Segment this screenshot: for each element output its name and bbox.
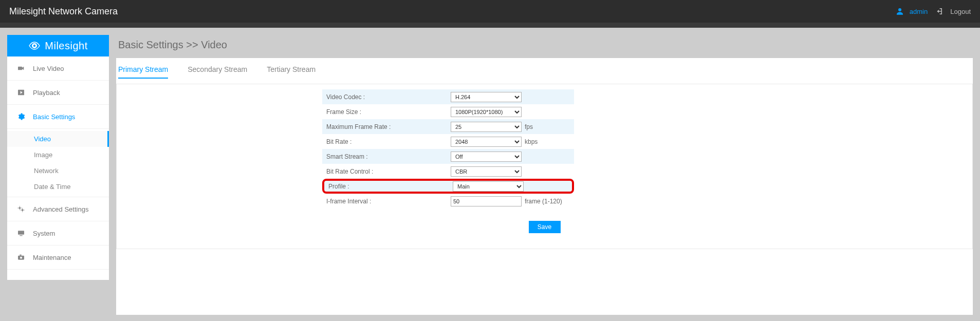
sidebar-subitem-label: Network: [34, 167, 59, 175]
content-card: Primary Stream Secondary Stream Tertiary…: [116, 58, 973, 315]
field-control: H.264: [451, 92, 574, 102]
sidebar-item-playback[interactable]: Playback: [7, 81, 109, 105]
field-label: Bit Rate Control :: [322, 168, 451, 175]
save-row: Save: [117, 221, 972, 233]
svg-point-5: [19, 207, 21, 209]
iframe-interval-input[interactable]: [451, 196, 522, 206]
svg-rect-7: [18, 231, 24, 234]
sidebar-item-live-video[interactable]: Live Video: [7, 56, 109, 81]
row-video-codec: Video Codec : H.264: [322, 89, 574, 104]
sidebar-item-label: Maintenance: [33, 254, 71, 261]
tab-secondary-stream[interactable]: Secondary Stream: [188, 65, 247, 79]
sidebar-brand[interactable]: Milesight: [7, 35, 109, 56]
field-label: Bit Rate :: [322, 138, 451, 145]
row-bit-rate: Bit Rate : 2048 kbps: [322, 134, 574, 149]
svg-rect-11: [20, 255, 21, 256]
svg-point-0: [898, 8, 901, 11]
field-label: Profile :: [324, 183, 453, 190]
sidebar-subitem-network[interactable]: Network: [7, 163, 109, 179]
content-area: Basic Settings >> Video Primary Stream S…: [116, 35, 973, 321]
current-user-link[interactable]: admin: [910, 8, 928, 15]
user-icon: [895, 7, 904, 16]
page-layout: Milesight Live Video Playback Basic Sett…: [0, 28, 980, 321]
settings-panel: Video Codec : H.264 Frame Size : 1080P(1…: [116, 84, 973, 249]
row-bit-rate-control: Bit Rate Control : CBR: [322, 164, 574, 179]
sidebar-item-label: Live Video: [33, 65, 64, 72]
top-bar-right: admin Logout: [895, 7, 971, 16]
field-control: Main: [453, 181, 572, 192]
svg-point-2: [33, 45, 35, 47]
field-suffix: kbps: [525, 138, 538, 145]
sidebar-subitem-video[interactable]: Video: [7, 131, 109, 147]
sidebar-item-advanced-settings[interactable]: Advanced Settings: [7, 197, 109, 221]
top-bar-sub: [0, 23, 980, 28]
sidebar-subitem-label: Video: [34, 135, 51, 143]
sidebar: Milesight Live Video Playback Basic Sett…: [7, 35, 109, 280]
profile-select[interactable]: Main: [453, 181, 524, 192]
field-label: Smart Stream :: [322, 153, 451, 160]
sidebar-subitem-label: Image: [34, 151, 52, 159]
sidebar-item-label: Advanced Settings: [33, 205, 88, 213]
field-control: CBR: [451, 166, 574, 177]
field-control: 1080P(1920*1080): [451, 107, 574, 117]
tab-label: Secondary Stream: [188, 65, 247, 73]
sidebar-item-maintenance[interactable]: Maintenance: [7, 246, 109, 270]
breadcrumb: Basic Settings >> Video: [116, 35, 973, 58]
sidebar-item-label: Basic Settings: [33, 113, 75, 121]
sidebar-submenu-basic: Video Image Network Date & Time: [7, 129, 109, 197]
video-codec-select[interactable]: H.264: [451, 92, 522, 102]
field-label: Maximum Frame Rate :: [322, 123, 451, 130]
field-control: frame (1-120): [451, 196, 574, 206]
svg-rect-3: [18, 67, 22, 70]
sidebar-subitem-label: Date & Time: [34, 183, 71, 191]
top-bar: Milesight Network Camera admin Logout: [0, 0, 980, 23]
tab-tertiary-stream[interactable]: Tertiary Stream: [267, 65, 316, 79]
settings-block: Video Codec : H.264 Frame Size : 1080P(1…: [322, 89, 574, 209]
camera-icon: [16, 253, 26, 262]
field-suffix: fps: [525, 123, 533, 130]
sidebar-subitem-image[interactable]: Image: [7, 147, 109, 163]
sidebar-item-label: Playback: [33, 89, 60, 97]
svg-point-10: [20, 257, 22, 259]
frame-size-select[interactable]: 1080P(1920*1080): [451, 107, 522, 117]
tab-label: Primary Stream: [118, 65, 168, 73]
logout-link[interactable]: Logout: [950, 8, 971, 15]
tab-label: Tertiary Stream: [267, 65, 316, 73]
field-control: 25 fps: [451, 122, 574, 132]
field-label: Frame Size :: [322, 108, 451, 116]
sidebar-item-system[interactable]: System: [7, 221, 109, 246]
row-max-frame-rate: Maximum Frame Rate : 25 fps: [322, 119, 574, 134]
sidebar-item-label: System: [33, 230, 55, 237]
row-frame-size: Frame Size : 1080P(1920*1080): [322, 104, 574, 119]
max-frame-rate-select[interactable]: 25: [451, 122, 522, 132]
sidebar-subitem-date-time[interactable]: Date & Time: [7, 179, 109, 195]
sidebar-item-basic-settings[interactable]: Basic Settings: [7, 105, 109, 129]
smart-stream-select[interactable]: Off: [451, 152, 522, 162]
svg-rect-8: [20, 235, 22, 236]
row-profile: Profile : Main: [322, 179, 574, 194]
field-control: Off: [451, 152, 574, 162]
save-button[interactable]: Save: [529, 221, 561, 233]
play-square-icon: [16, 88, 26, 97]
app-title: Milesight Network Camera: [9, 6, 118, 17]
bit-rate-control-select[interactable]: CBR: [451, 166, 522, 177]
video-camera-icon: [16, 64, 26, 73]
bit-rate-select[interactable]: 2048: [451, 137, 522, 147]
field-control: 2048 kbps: [451, 137, 574, 147]
gears-icon: [16, 204, 26, 214]
field-label: Video Codec :: [322, 93, 451, 101]
monitor-icon: [16, 229, 26, 238]
svg-point-6: [22, 209, 24, 211]
gear-icon: [16, 112, 26, 121]
tab-primary-stream[interactable]: Primary Stream: [118, 65, 168, 79]
brand-eye-icon: [28, 40, 41, 52]
field-label: I-frame Interval :: [322, 198, 451, 205]
row-smart-stream: Smart Stream : Off: [322, 149, 574, 164]
row-iframe-interval: I-frame Interval : frame (1-120): [322, 194, 574, 209]
field-suffix: frame (1-120): [525, 198, 562, 205]
logout-icon[interactable]: [936, 7, 945, 16]
stream-tabs: Primary Stream Secondary Stream Tertiary…: [116, 58, 973, 79]
brand-text: Milesight: [45, 40, 87, 52]
